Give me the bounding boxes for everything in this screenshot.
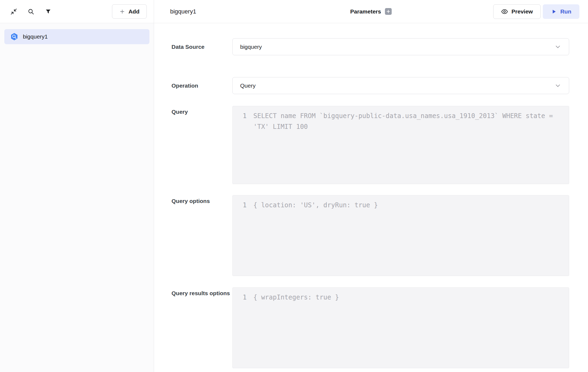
search-button[interactable]	[27, 8, 35, 16]
add-button-label: Add	[128, 8, 139, 15]
collapse-sidebar-button[interactable]	[10, 8, 18, 16]
query-results-options-row: Query results options 1 { wrapIntegers: …	[172, 287, 569, 368]
query-label: Query	[172, 106, 232, 117]
operation-value: Query	[240, 82, 256, 89]
preview-button[interactable]: Preview	[493, 4, 541, 19]
eye-icon	[501, 8, 508, 15]
query-list-item-bigquery1[interactable]: bigquery1	[4, 29, 149, 44]
filter-button[interactable]	[44, 8, 52, 16]
query-options-code-editor[interactable]: 1 { location: 'US', dryRun: true }	[232, 195, 569, 276]
add-query-button[interactable]: Add	[112, 4, 147, 19]
header-actions: Preview Run	[493, 4, 579, 19]
query-sidebar: Add bigquery1	[0, 0, 154, 372]
bigquery-icon	[10, 33, 18, 41]
query-list-item-label: bigquery1	[23, 33, 48, 40]
run-button-label: Run	[560, 8, 571, 15]
query-results-options-placeholder-text: { wrapIntegers: true }	[253, 292, 561, 368]
query-editor-header: bigquery1 Parameters	[154, 0, 588, 23]
query-options-row: Query options 1 { location: 'US', dryRun…	[172, 195, 569, 276]
query-list: bigquery1	[0, 23, 154, 50]
query-results-options-label: Query results options	[172, 287, 232, 299]
data-source-label: Data Source	[172, 42, 232, 52]
search-icon	[27, 8, 34, 15]
line-number: 1	[233, 200, 247, 276]
operation-row: Operation Query	[172, 77, 569, 94]
query-form: Data Source bigquery Operation Query	[154, 23, 588, 372]
run-button[interactable]: Run	[543, 4, 579, 19]
collapse-icon	[10, 8, 17, 15]
operation-label: Operation	[172, 80, 232, 91]
operation-select[interactable]: Query	[232, 77, 569, 94]
query-row: Query 1 SELECT name FROM `bigquery-publi…	[172, 106, 569, 184]
query-options-label: Query options	[172, 195, 232, 206]
query-placeholder-text: SELECT name FROM `bigquery-public-data.u…	[253, 111, 561, 184]
chevron-down-icon	[554, 82, 561, 89]
add-parameter-button[interactable]	[385, 8, 392, 15]
parameters-label: Parameters	[350, 8, 381, 15]
data-source-row: Data Source bigquery	[172, 38, 569, 55]
data-source-select[interactable]: bigquery	[232, 38, 569, 55]
chevron-down-icon	[554, 43, 561, 50]
query-options-placeholder-text: { location: 'US', dryRun: true }	[253, 200, 561, 276]
data-source-value: bigquery	[240, 44, 262, 50]
play-icon	[551, 9, 557, 15]
preview-button-label: Preview	[512, 8, 533, 15]
query-code-editor[interactable]: 1 SELECT name FROM `bigquery-public-data…	[232, 106, 569, 184]
app-window: Add bigquery1 bigquery1 Parameters	[0, 0, 588, 372]
parameters-group: Parameters	[350, 8, 392, 15]
sidebar-toolbar: Add	[0, 0, 154, 23]
line-number: 1	[233, 111, 247, 184]
plus-icon	[386, 9, 391, 14]
query-title: bigquery1	[170, 8, 196, 15]
filter-icon	[45, 8, 51, 15]
plus-icon	[119, 9, 125, 15]
line-number: 1	[233, 292, 247, 368]
query-editor-panel: bigquery1 Parameters	[154, 0, 588, 372]
query-results-options-code-editor[interactable]: 1 { wrapIntegers: true }	[232, 287, 569, 368]
